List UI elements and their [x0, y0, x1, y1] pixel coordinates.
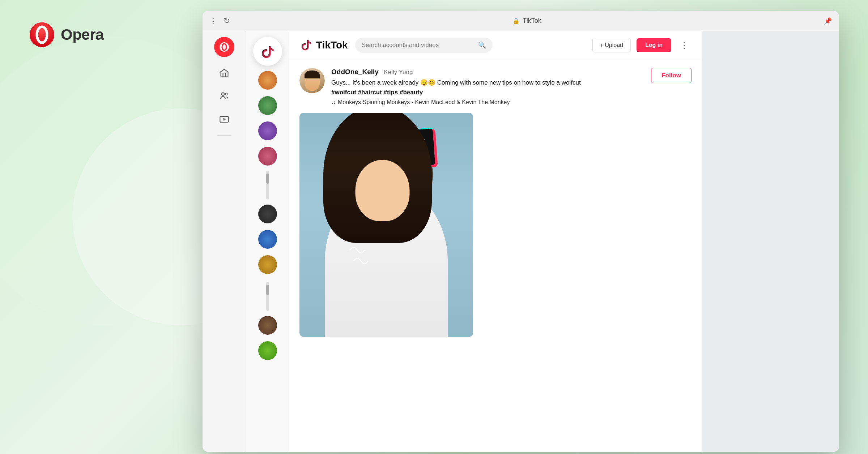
sidebar-media-icon[interactable]	[214, 109, 234, 129]
browser-pin-icon[interactable]: 📌	[824, 17, 832, 25]
tray-avatar-2[interactable]	[258, 96, 277, 115]
right-panel	[702, 31, 839, 452]
tray-avatar-3[interactable]	[258, 121, 277, 140]
browser-chrome-left: ⋮ ↻	[210, 16, 230, 26]
tiktok-logo: TikTok	[299, 39, 348, 52]
tiktok-header-actions: + Upload Log in ⋮	[592, 38, 692, 52]
post-sound[interactable]: ♫ Monkeys Spinning Monkeys - Kevin MacLe…	[331, 99, 644, 106]
tiktok-main-content: TikTok 🔍 + Upload Log in ⋮	[289, 31, 702, 452]
search-icon: 🔍	[478, 41, 486, 49]
tiktok-tray-active-icon[interactable]	[253, 37, 282, 66]
svg-marker-8	[223, 118, 226, 121]
browser-menu-icon[interactable]: ⋮	[210, 17, 218, 25]
opera-icon	[29, 22, 55, 48]
lock-icon: 🔒	[512, 17, 520, 24]
browser-reload-icon[interactable]: ↻	[224, 16, 230, 26]
browser-address-bar[interactable]: 🔒 TikTok	[512, 17, 541, 25]
tray-scrollbar-2	[266, 282, 269, 311]
tray-avatar-4[interactable]	[258, 147, 277, 166]
address-bar-text: TikTok	[523, 17, 541, 25]
tray-scrollbar	[266, 171, 269, 200]
svg-point-5	[222, 93, 224, 95]
upload-button[interactable]: + Upload	[592, 38, 631, 52]
browser-window: ⋮ ↻ 🔒 TikTok 📌	[203, 11, 839, 452]
browser-chrome: ⋮ ↻ 🔒 TikTok 📌	[203, 11, 839, 31]
sound-icon: ♫	[331, 99, 336, 106]
tray-avatar-8[interactable]	[258, 316, 277, 335]
svg-point-6	[225, 93, 227, 95]
tray-avatar-1[interactable]	[258, 71, 277, 90]
post-username-row: OddOne_Kelly Kelly Yung	[331, 68, 644, 76]
opera-logo: Opera	[29, 22, 104, 48]
tray-avatar-7[interactable]	[258, 255, 277, 274]
sidebar-home-icon[interactable]	[214, 63, 234, 83]
tiktok-search-bar[interactable]: 🔍	[355, 38, 493, 53]
search-input[interactable]	[362, 42, 475, 49]
follow-button[interactable]: Follow	[651, 68, 692, 83]
opera-sidebar-home-btn[interactable]	[214, 37, 234, 57]
tiktok-tray	[246, 31, 289, 452]
squiggle-lines	[346, 243, 383, 272]
tray-avatar-5[interactable]	[258, 205, 277, 223]
tiktok-header: TikTok 🔍 + Upload Log in ⋮	[289, 31, 702, 59]
sound-name: Monkeys Spinning Monkeys - Kevin MacLeod…	[338, 99, 510, 106]
tray-avatar-6[interactable]	[258, 230, 277, 249]
video-thumbnail[interactable]: my tips and tricks after 1 week!	[299, 113, 473, 337]
upload-label: + Upload	[600, 42, 624, 48]
login-button[interactable]: Log in	[637, 38, 671, 52]
tiktok-feed: OddOne_Kelly Kelly Yung Guys... It's bee…	[289, 59, 702, 452]
opera-sidebar-icon	[219, 42, 230, 52]
tray-avatar-9[interactable]	[258, 341, 277, 360]
post-avatar[interactable]	[299, 68, 325, 93]
tiktok-logo-icon	[299, 39, 312, 52]
header-more-icon[interactable]: ⋮	[677, 39, 692, 52]
browser-body: TikTok 🔍 + Upload Log in ⋮	[203, 31, 839, 452]
post-hashtags[interactable]: #wolfcut #haircut #tips #beauty	[331, 89, 644, 96]
tiktok-brand-name: TikTok	[316, 39, 348, 51]
post-username[interactable]: OddOne_Kelly	[331, 68, 379, 76]
post-info: OddOne_Kelly Kelly Yung Guys... It's bee…	[331, 68, 644, 106]
opera-sidebar	[203, 31, 246, 452]
post-header: OddOne_Kelly Kelly Yung Guys... It's bee…	[299, 68, 692, 106]
opera-brand-name: Opera	[61, 26, 104, 43]
tiktok-tray-logo	[260, 43, 276, 59]
sidebar-contacts-icon[interactable]	[214, 86, 234, 106]
sidebar-divider-1	[217, 135, 231, 136]
post-display-name: Kelly Yung	[384, 69, 413, 76]
post-caption: Guys... It's been a week already 😏😊 Comi…	[331, 78, 644, 87]
